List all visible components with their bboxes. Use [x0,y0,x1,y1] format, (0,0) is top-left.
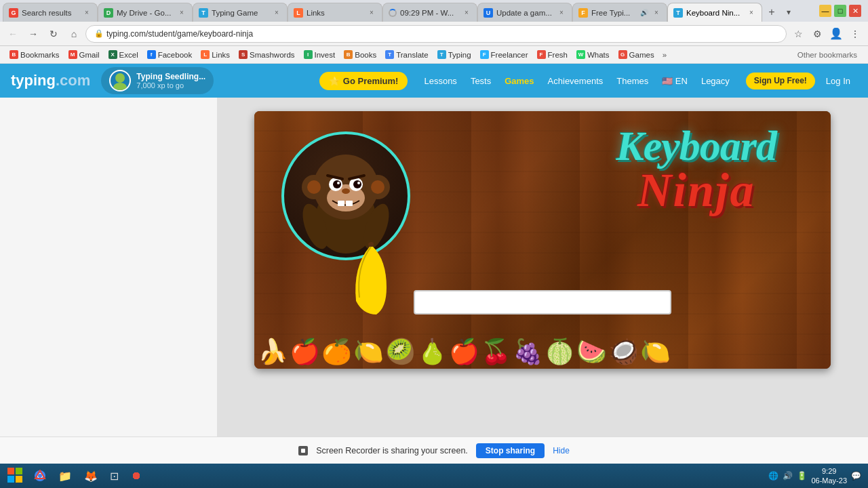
nav-lessons[interactable]: Lessons [418,73,462,89]
tab-close-keyboard-ninja[interactable]: × [747,8,756,18]
taskbar-firefox[interactable]: 🦊 [79,466,103,486]
svg-rect-18 [338,201,344,206]
tab-close-update[interactable]: × [557,8,566,18]
tab-search-results[interactable]: G Search results × [3,3,98,22]
nav-games[interactable]: Games [499,73,539,89]
bookmark-games[interactable]: G Games [614,49,658,60]
start-button[interactable] [3,466,27,487]
bookmark-translate[interactable]: T Translate [381,49,433,60]
minimize-button[interactable]: — [819,5,831,17]
login-button[interactable]: Log In [819,73,857,89]
nav-legacy[interactable]: Legacy [696,73,735,89]
menu-button[interactable]: ⋮ [846,25,864,43]
nav-themes[interactable]: Themes [611,73,654,89]
tab-list-button[interactable]: ▾ [783,3,795,22]
page-content: typing.com Typing Seedling... 7,000 xp t… [0,64,868,464]
bookmark-typing[interactable]: T Typing [433,49,475,60]
bookmark-excel[interactable]: X Excel [104,49,142,60]
nav-achievements[interactable]: Achievements [542,73,609,89]
forward-button[interactable]: → [24,25,42,43]
nav-tests[interactable]: Tests [465,73,496,89]
game-input-field[interactable] [414,290,671,314]
svg-point-17 [342,188,350,194]
other-bookmarks[interactable]: Other bookmarks [797,51,863,59]
avatar-button[interactable]: 👤 [827,25,845,43]
explorer-icon: 📁 [58,470,72,483]
extensions-button[interactable]: ⚙ [808,25,826,43]
fruit-kiwi: 🥝 [385,338,416,366]
bookmark-gmail[interactable]: M Gmail [64,49,104,60]
tablet-icon: ⊡ [110,470,119,483]
record-btn-icon: ⏺ [131,470,142,482]
tab-close-typing-game[interactable]: × [272,8,281,18]
bookmark-more-button[interactable]: » [659,49,670,60]
new-tab-button[interactable]: + [762,3,781,22]
bookmark-smashwords[interactable]: S Smashwords [235,49,298,60]
tab-links[interactable]: L Links × [288,3,382,22]
user-badge[interactable]: Typing Seedling... 7,000 xp to go [101,67,214,94]
bookmark-links[interactable]: L Links [197,49,234,60]
tab-clock[interactable]: 09:29 PM - W... × [382,3,477,22]
bookmark-bookmarks-label: Bookmarks [20,51,60,59]
bookmark-bookmarks[interactable]: B Bookmarks [5,49,64,60]
svg-rect-26 [7,476,14,483]
screen-share-bar: Screen Recorder is sharing your screen. … [0,436,868,464]
bookmark-books[interactable]: B Books [340,49,380,60]
bookmark-fresh[interactable]: F Fresh [533,49,572,60]
tab-keyboard-ninja[interactable]: T Keyboard Nin... × [667,3,762,22]
taskbar-record[interactable]: ⏺ [125,466,147,486]
address-bar[interactable]: 🔒 typing.com/student/game/keyboard-ninja [85,25,787,43]
reload-button[interactable]: ↻ [45,25,62,43]
ninja-title-text: Ninja [616,167,776,214]
site-logo-container: typing.com [11,72,90,89]
fruit-watermelon: 🍉 [576,338,607,366]
fruit-apple: 🍎 [290,338,320,366]
taskbar-chrome[interactable] [28,466,52,486]
bookmark-freelancer[interactable]: F Freelancer [476,49,532,60]
tab-my-drive[interactable]: D My Drive - Go... × [98,3,193,22]
fruit-grape: 🍇 [513,338,543,366]
tray-date-text: 06-May-23 [811,476,847,485]
audio-icon: 🔊 [640,9,648,16]
go-premium-button[interactable]: ⭐ Go Premium! [319,72,408,90]
tab-close-free-typing[interactable]: × [652,8,661,18]
bookmark-whats[interactable]: W Whats [572,49,614,60]
signup-button[interactable]: Sign Up Free! [746,73,815,89]
stop-sharing-button[interactable]: Stop sharing [476,443,545,458]
bookmark-star-button[interactable]: ☆ [789,25,807,43]
fruit-pear: 🍐 [417,338,448,366]
tab-typing-game[interactable]: T Typing Game × [193,3,288,22]
bookmark-whats-label: Whats [587,51,610,59]
home-button[interactable]: ⌂ [65,25,83,43]
fruit-banana: 🍌 [258,338,288,366]
logo-dot: .com [56,72,90,89]
taskbar-tablet[interactable]: ⊡ [104,466,124,486]
fruit-melon: 🍈 [545,338,575,366]
tab-update-game[interactable]: U Update a gam... × [477,3,572,22]
fruits-row: 🍌 🍎 🍊 🍋 🥝 🍐 🍎 🍒 🍇 🍈 🍉 🥥 🍋 [254,314,831,369]
firefox-icon: 🦊 [84,470,98,483]
tab-close-search[interactable]: × [82,8,92,18]
hide-button[interactable]: Hide [553,446,570,455]
system-tray: 🌐 🔊 🔋 9:29 06-May-23 💬 [764,466,865,486]
taskbar-explorer[interactable]: 📁 [53,466,77,486]
bookmark-facebook-label: Facebook [158,51,193,59]
browser-frame: G Search results × D My Drive - Go... × … [0,0,868,488]
back-button[interactable]: ← [4,25,22,43]
tray-battery-icon: 🔋 [797,471,807,481]
tab-close-drive[interactable]: × [177,8,186,18]
tab-strip: G Search results × D My Drive - Go... × … [3,0,815,22]
tab-free-typing[interactable]: F Free Typi... 🔊 × [572,3,667,22]
nav-lang[interactable]: 🇺🇸 EN [656,73,693,89]
bookmark-facebook[interactable]: f Facebook [143,49,197,60]
close-button[interactable]: ✕ [849,5,861,17]
tab-close-links[interactable]: × [367,8,376,18]
game-container: Keyboard Ninja 🍌 🍎 🍊 🍋 🥝 🍐 [217,98,868,443]
user-info: Typing Seedling... 7,000 xp to go [136,72,205,89]
svg-rect-24 [7,468,14,474]
maximize-button[interactable]: □ [834,5,846,17]
tab-close-clock[interactable]: × [462,8,471,18]
bookmark-invest[interactable]: I Invest [300,49,340,60]
fruit-orange: 🍊 [321,338,352,366]
svg-point-7 [371,180,384,194]
